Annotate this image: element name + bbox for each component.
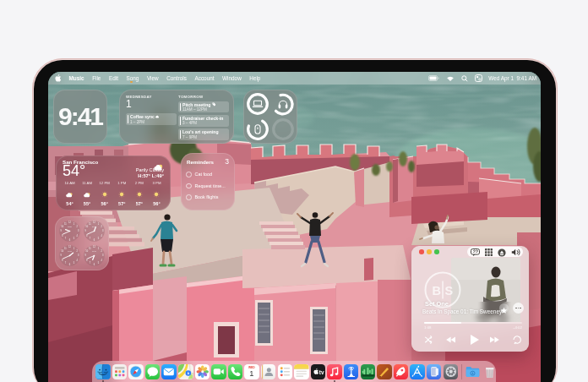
svg-text:1: 1 — [250, 369, 254, 378]
svg-text:PAR: PAR — [92, 250, 96, 252]
svg-text:tv: tv — [319, 369, 324, 375]
svg-text:CUP: CUP — [68, 226, 72, 227]
svg-text:B: B — [433, 284, 441, 297]
svg-text:TYO: TYO — [68, 250, 72, 252]
svg-text:S: S — [445, 284, 454, 297]
